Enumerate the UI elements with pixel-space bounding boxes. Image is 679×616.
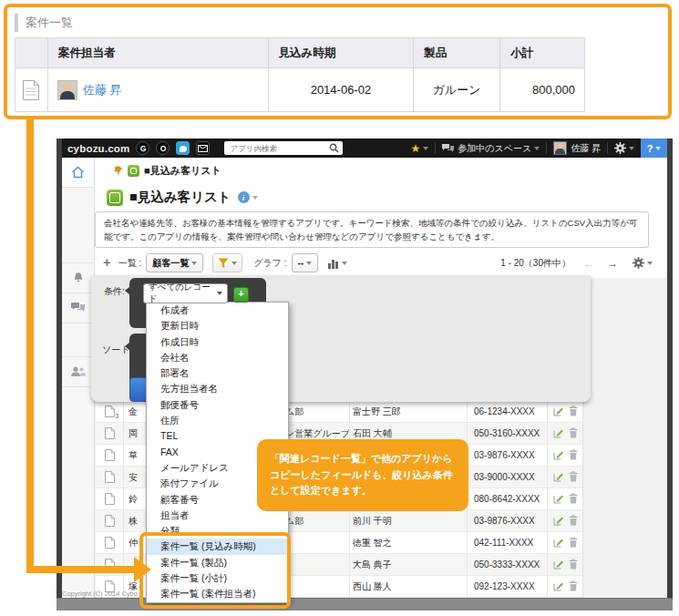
app-header: ■見込み客リスト i: [95, 184, 667, 210]
edit-record-button[interactable]: [553, 580, 564, 591]
settings-menu[interactable]: [608, 139, 641, 158]
sidebar-item-messages[interactable]: [62, 293, 94, 323]
record-contact-name: 西山 勝人: [353, 576, 392, 597]
delete-record-button[interactable]: [569, 515, 578, 526]
prev-page-button[interactable]: ←: [583, 257, 594, 270]
chevron-down-icon: [629, 147, 634, 150]
document-icon: [105, 537, 115, 549]
edit-record-button[interactable]: [553, 449, 564, 460]
record-contact-name: 前川 千明: [353, 510, 392, 531]
related-records-card: 案件一覧 案件担当者 見込み時期 製品 小計 佐藤 昇 2014-06-02 ガ…: [4, 4, 672, 119]
record-contact-name: 富士野 三郎: [353, 401, 401, 422]
favorites-menu[interactable]: ★: [405, 139, 436, 158]
mail-app-icon[interactable]: [196, 141, 210, 155]
delete-record-button[interactable]: [569, 580, 578, 591]
connector-line-horizontal: [26, 566, 135, 573]
record-document-icon[interactable]: [105, 427, 115, 439]
office-app-icon[interactable]: O: [156, 141, 170, 155]
record-document-icon[interactable]: [105, 493, 115, 505]
info-icon[interactable]: i: [238, 191, 250, 203]
next-page-button[interactable]: →: [607, 257, 618, 270]
delete-record-button[interactable]: [569, 559, 578, 570]
breadcrumb-app-name[interactable]: ■見込み客リスト: [144, 164, 221, 178]
edit-record-button[interactable]: [553, 559, 564, 570]
record-contact-name: 大島 典子: [353, 554, 392, 575]
app-search-box[interactable]: [224, 141, 343, 155]
help-label: ?: [647, 143, 653, 154]
edit-record-button[interactable]: [553, 493, 564, 504]
search-input[interactable]: [228, 143, 329, 154]
field-menu-item[interactable]: 部署名: [147, 365, 288, 381]
chevron-down-icon: [534, 147, 540, 150]
delete-record-button[interactable]: [569, 537, 578, 548]
edit-record-button[interactable]: [553, 406, 564, 416]
edit-record-button[interactable]: [553, 537, 564, 548]
sidebar-item-home[interactable]: [62, 158, 94, 188]
record-document-icon[interactable]: [105, 537, 115, 549]
user-menu[interactable]: 佐藤 昇: [547, 139, 607, 158]
field-menu-item[interactable]: 郵便番号: [147, 397, 288, 413]
expected-period-cell: 2014-06-02: [269, 68, 415, 111]
record-document-icon[interactable]: 3: [105, 406, 115, 417]
user-name-label: 佐藤 昇: [571, 142, 601, 155]
record-detail-cell[interactable]: [15, 68, 48, 111]
search-icon[interactable]: [329, 143, 339, 153]
field-menu-item[interactable]: 先方担当者名: [147, 381, 288, 396]
cybozu-logo[interactable]: cybozu.com: [67, 143, 129, 154]
document-icon: [105, 515, 115, 527]
related-records-header-row: 案件担当者 見込み時期 製品 小計: [15, 38, 584, 68]
delete-record-button[interactable]: [569, 493, 578, 504]
spaces-label: 参加中のスペース: [458, 142, 531, 155]
add-condition-button[interactable]: +: [233, 287, 249, 303]
case-manager-link[interactable]: 佐藤 昇: [83, 82, 122, 98]
kintone-app-icon[interactable]: [176, 141, 190, 155]
app-icon: [107, 190, 123, 206]
garoon-app-icon[interactable]: G: [136, 141, 149, 155]
pushpin-icon[interactable]: [113, 166, 123, 177]
delete-record-button[interactable]: [569, 427, 578, 438]
add-record-button[interactable]: +: [103, 254, 111, 270]
document-icon: [105, 471, 115, 483]
record-document-icon[interactable]: [105, 471, 115, 483]
record-document-icon[interactable]: [105, 449, 115, 461]
delete-record-button[interactable]: [569, 471, 578, 482]
header-product: 製品: [414, 38, 500, 68]
field-menu-item[interactable]: 更新日時: [147, 318, 288, 334]
record-tel: 050-3160-XXXX: [474, 423, 540, 444]
record-company: 鈴: [129, 488, 138, 509]
sidebar-item-people[interactable]: [62, 357, 94, 387]
help-menu[interactable]: ?: [641, 139, 667, 158]
document-icon: [105, 493, 115, 505]
filter-button[interactable]: [212, 253, 242, 272]
header-subtotal: 小計: [500, 38, 584, 68]
chevron-down-icon: [423, 147, 428, 150]
document-icon: [105, 406, 115, 417]
condition-label: 条件:: [104, 285, 125, 298]
graph-select[interactable]: --: [292, 253, 319, 272]
chevron-down-icon[interactable]: [252, 196, 258, 200]
record-document-icon[interactable]: [105, 515, 115, 527]
delete-record-button[interactable]: [569, 449, 578, 460]
people-icon: [71, 366, 86, 377]
field-menu-item[interactable]: 会社名: [147, 350, 288, 365]
gear-icon: [633, 257, 644, 269]
trash-icon: [569, 406, 578, 416]
edit-record-button[interactable]: [553, 515, 564, 526]
edit-icon: [553, 493, 564, 504]
edit-record-button[interactable]: [553, 427, 564, 438]
view-select[interactable]: 顧客一覧: [146, 253, 203, 272]
list-settings-button[interactable]: [633, 257, 653, 269]
field-menu-item[interactable]: 作成日時: [147, 334, 288, 350]
delete-record-button[interactable]: [569, 406, 578, 416]
chart-button[interactable]: [327, 258, 347, 269]
spaces-menu[interactable]: 参加中のスペース: [436, 139, 546, 158]
column-divider: [547, 401, 548, 598]
record-tel: 06-1234-XXXX: [474, 401, 535, 422]
star-icon: ★: [411, 143, 421, 154]
field-menu-item[interactable]: 住所: [147, 413, 288, 428]
edit-record-button[interactable]: [553, 471, 564, 482]
condition-field-value: すべてのレコード: [149, 282, 217, 305]
condition-field-select[interactable]: すべてのレコード: [143, 283, 228, 303]
chevron-down-icon: [217, 292, 222, 295]
sidebar-item-notifications[interactable]: [62, 263, 94, 293]
